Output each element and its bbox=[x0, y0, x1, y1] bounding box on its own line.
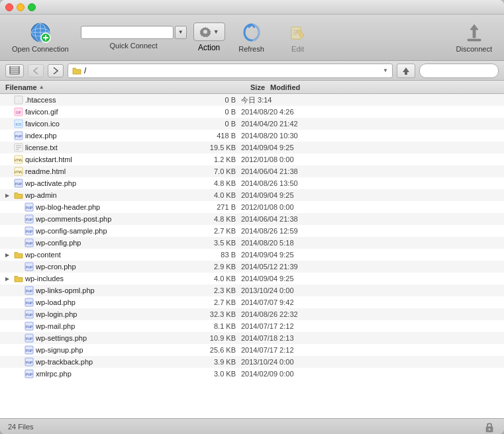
refresh-icon bbox=[241, 22, 262, 43]
filename-column-header[interactable]: Filename ▲ bbox=[3, 83, 215, 91]
file-row[interactable]: PHP wp-load.php 2.7 KB 2014/07/07 9:42 bbox=[0, 296, 504, 308]
folder-icon bbox=[72, 66, 81, 75]
minimize-button[interactable] bbox=[17, 3, 25, 11]
search-input[interactable] bbox=[419, 64, 499, 78]
gear-icon bbox=[199, 26, 211, 38]
back-button[interactable] bbox=[28, 64, 44, 77]
file-row[interactable]: PHP wp-settings.php 10.9 KB 2014/07/18 2… bbox=[0, 332, 504, 344]
file-row[interactable]: PHP wp-login.php 32.3 KB 2014/08/26 22:3… bbox=[0, 308, 504, 320]
file-row[interactable]: PHP wp-config.php 3.5 KB 2014/08/20 5:18 bbox=[0, 237, 504, 249]
quick-connect-input[interactable] bbox=[81, 26, 174, 39]
file-icon: PHP bbox=[25, 262, 34, 271]
svg-text:PHP: PHP bbox=[26, 349, 33, 353]
forward-button[interactable] bbox=[48, 64, 64, 77]
file-modified: 2014/08/20 5:18 bbox=[241, 239, 501, 247]
expand-icon: ▶ bbox=[5, 276, 12, 282]
file-row[interactable]: ▶ wp-admin 4.0 KB 2014/09/04 9:25 bbox=[0, 189, 504, 201]
file-row[interactable]: license.txt 19.5 KB 2014/09/04 9:25 bbox=[0, 142, 504, 153]
svg-text:HTML: HTML bbox=[15, 159, 23, 162]
path-up-button[interactable] bbox=[397, 64, 415, 78]
file-modified: 2014/07/17 2:12 bbox=[241, 322, 501, 330]
file-row[interactable]: . .htaccess 0 B 今日 3:14 bbox=[0, 94, 504, 106]
file-name-text: wp-admin bbox=[25, 191, 57, 199]
close-button[interactable] bbox=[5, 3, 13, 11]
current-path: / bbox=[84, 66, 86, 75]
path-dropdown[interactable]: / ▼ bbox=[68, 64, 393, 78]
file-name-text: wp-login.php bbox=[36, 310, 77, 318]
file-count: 24 Files bbox=[8, 423, 34, 431]
svg-text:PHP: PHP bbox=[26, 361, 33, 365]
disconnect-button[interactable]: Disconnect bbox=[451, 19, 497, 56]
file-size: 0 B bbox=[188, 120, 241, 128]
action-button[interactable]: ▼ bbox=[193, 22, 225, 41]
file-name-text: wp-activate.php bbox=[25, 179, 76, 187]
file-row[interactable]: GIF favicon.gif 0 B 2014/08/20 4:26 bbox=[0, 106, 504, 118]
edit-button[interactable]: Edit bbox=[278, 19, 318, 56]
file-row[interactable]: PHP wp-signup.php 25.6 KB 2014/07/17 2:1… bbox=[0, 344, 504, 356]
back-icon bbox=[33, 67, 38, 75]
file-modified: 2013/10/24 0:00 bbox=[241, 358, 501, 366]
file-name-text: wp-signup.php bbox=[36, 346, 83, 354]
file-name-text: .htaccess bbox=[25, 96, 56, 104]
file-name-text: wp-blog-header.php bbox=[36, 203, 100, 211]
file-row[interactable]: PHP wp-trackback.php 3.9 KB 2013/10/24 0… bbox=[0, 356, 504, 368]
file-name-text: wp-load.php bbox=[36, 298, 76, 306]
file-name-text: wp-settings.php bbox=[36, 334, 87, 342]
maximize-button[interactable] bbox=[28, 3, 36, 11]
svg-text:PHP: PHP bbox=[26, 218, 33, 222]
file-row[interactable]: PHP wp-cron.php 2.9 KB 2014/05/12 21:39 bbox=[0, 261, 504, 273]
svg-point-9 bbox=[203, 30, 207, 34]
file-size: 3.0 KB bbox=[188, 370, 241, 378]
file-row[interactable]: PHP wp-activate.php 4.8 KB 2014/08/26 13… bbox=[0, 177, 504, 189]
svg-text:PHP: PHP bbox=[15, 134, 23, 138]
file-row[interactable]: PHP xmlrpc.php 3.0 KB 2014/02/09 0:00 bbox=[0, 368, 504, 380]
open-connection-icon bbox=[30, 22, 51, 43]
file-row[interactable]: PHP index.php 418 B 2014/08/20 10:30 bbox=[0, 130, 504, 142]
quick-connect-dropdown-button[interactable]: ▼ bbox=[175, 26, 187, 39]
file-row[interactable]: ▶ wp-includes 4.0 KB 2014/09/04 9:25 bbox=[0, 273, 504, 284]
file-size: 0 B bbox=[188, 96, 241, 104]
file-size: 2.9 KB bbox=[188, 263, 241, 271]
file-size: 4.8 KB bbox=[188, 179, 241, 187]
file-icon bbox=[14, 274, 23, 283]
traffic-lights bbox=[5, 3, 36, 11]
svg-text:HTML: HTML bbox=[15, 171, 23, 174]
file-modified: 2013/10/24 0:00 bbox=[241, 286, 501, 294]
svg-text:PHP: PHP bbox=[26, 289, 33, 293]
expand-icon: ▶ bbox=[5, 252, 12, 258]
expand-icon: ▶ bbox=[5, 193, 12, 198]
file-modified: 2014/09/04 9:25 bbox=[241, 144, 501, 152]
file-modified: 2014/04/20 21:42 bbox=[241, 120, 501, 128]
svg-text:PHP: PHP bbox=[26, 372, 33, 376]
file-icon: HTML bbox=[14, 167, 23, 176]
modified-column-header[interactable]: Modified bbox=[268, 83, 501, 91]
svg-rect-17 bbox=[468, 39, 481, 41]
bookmarks-button[interactable] bbox=[5, 64, 24, 77]
file-size: 271 B bbox=[188, 203, 241, 211]
file-name-text: license.txt bbox=[25, 144, 58, 152]
file-icon: PHP bbox=[25, 322, 34, 331]
file-row[interactable]: PHP wp-mail.php 8.1 KB 2014/07/17 2:12 bbox=[0, 320, 504, 332]
file-icon: PHP bbox=[25, 298, 34, 307]
file-icon: PHP bbox=[25, 333, 34, 343]
file-row[interactable]: PHP wp-blog-header.php 271 B 2012/01/08 … bbox=[0, 201, 504, 213]
file-row[interactable]: ICO favicon.ico 0 B 2014/04/20 21:42 bbox=[0, 118, 504, 130]
open-connection-button[interactable]: Open Connection bbox=[7, 19, 74, 56]
file-size: 3.5 KB bbox=[188, 239, 241, 247]
file-row[interactable]: ▶ wp-content 83 B 2014/09/04 9:25 bbox=[0, 249, 504, 261]
file-row[interactable]: HTML quickstart.html 1.2 KB 2012/01/08 0… bbox=[0, 153, 504, 165]
file-row[interactable]: HTML readme.html 7.0 KB 2014/06/04 21:38 bbox=[0, 165, 504, 177]
file-row[interactable]: PHP wp-links-opml.php 2.3 KB 2013/10/24 … bbox=[0, 284, 504, 296]
svg-text:GIF: GIF bbox=[16, 110, 21, 114]
file-row[interactable]: PHP wp-comments-post.php 4.8 KB 2014/06/… bbox=[0, 213, 504, 225]
file-name-text: quickstart.html bbox=[25, 155, 72, 163]
file-size: 8.1 KB bbox=[188, 322, 241, 330]
file-size: 2.7 KB bbox=[188, 227, 241, 235]
file-modified: 2014/07/17 2:12 bbox=[241, 346, 501, 354]
file-row[interactable]: PHP wp-config-sample.php 2.7 KB 2014/08/… bbox=[0, 225, 504, 237]
refresh-button[interactable]: Refresh bbox=[232, 19, 272, 56]
svg-text:PHP: PHP bbox=[15, 182, 23, 186]
size-column-header[interactable]: Size bbox=[215, 83, 268, 91]
file-size: 7.0 KB bbox=[188, 167, 241, 175]
file-modified: 2014/06/04 21:38 bbox=[241, 215, 501, 223]
